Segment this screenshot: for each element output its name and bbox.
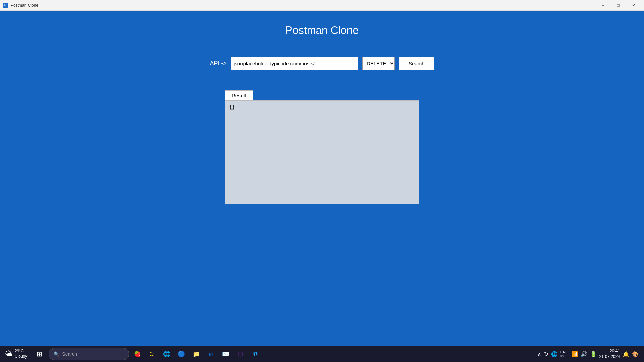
app-main: Postman Clone API -> GET POST PUT DELETE…	[0, 11, 644, 346]
minimize-button[interactable]: −	[595, 0, 610, 11]
taskbar-icon-chrome[interactable]: 🔵	[175, 347, 188, 361]
titlebar-title: Postman Clone	[11, 3, 38, 8]
system-tray: ∧ ↻ 🌐 ENGIN 📶 🔊 🔋 20:41 21-07-2024 🔔 🎨	[535, 348, 641, 360]
titlebar-controls: − □ ✕	[595, 0, 641, 11]
taskbar-icon-vscode[interactable]: ⧉	[249, 347, 262, 361]
weather-temp: 29°C	[15, 349, 27, 354]
app-title: Postman Clone	[285, 24, 359, 37]
start-button[interactable]: ⊞	[31, 347, 47, 361]
tray-volume-icon[interactable]: 🔊	[581, 351, 587, 357]
tray-lang-icon[interactable]: ENGIN	[560, 350, 569, 358]
tray-notifications-icon[interactable]: 🔔	[623, 351, 629, 357]
titlebar-left: P Postman Clone	[3, 3, 38, 8]
clock-date: 21-07-2024	[599, 354, 620, 360]
taskbar-icon-vs[interactable]: ⬡	[234, 347, 247, 361]
api-row: API -> GET POST PUT DELETE PATCH Search	[210, 57, 434, 70]
taskbar-search-input[interactable]	[62, 351, 119, 357]
method-select[interactable]: GET POST PUT DELETE PATCH	[362, 57, 395, 70]
maximize-button[interactable]: □	[610, 0, 626, 11]
taskbar-icon-edge[interactable]: 🌐	[160, 347, 173, 361]
weather-desc: Cloudy	[15, 354, 27, 359]
titlebar: P Postman Clone − □ ✕	[0, 0, 644, 11]
system-clock[interactable]: 20:41 21-07-2024	[599, 348, 620, 360]
taskbar-icon-linkedin[interactable]: in	[204, 347, 218, 361]
search-button[interactable]: Search	[399, 57, 434, 70]
api-input[interactable]	[231, 57, 358, 70]
weather-icon: 🌥	[5, 350, 13, 358]
app-icon: P	[3, 3, 8, 8]
taskbar-icon-folder[interactable]: 📁	[190, 347, 203, 361]
tray-wifi-icon[interactable]: 📶	[571, 351, 578, 357]
tray-color-icon[interactable]: 🎨	[632, 351, 639, 357]
windows-icon: ⊞	[37, 350, 42, 358]
result-container: Result	[225, 90, 419, 205]
taskbar-search-bar[interactable]: 🔍	[49, 348, 129, 360]
result-tab[interactable]: Result	[225, 90, 253, 100]
taskbar: 🌥 29°C Cloudy ⊞ 🔍 🍓 🗂 🌐 🔵 📁 in ✉️ ⬡ ⧉	[0, 346, 644, 362]
api-label: API ->	[210, 60, 227, 67]
tray-network-icon[interactable]: 🌐	[551, 351, 558, 357]
tray-chevron[interactable]: ∧	[537, 351, 541, 357]
taskbar-icon-postman[interactable]: 🍓	[130, 347, 144, 361]
close-button[interactable]: ✕	[626, 0, 641, 11]
search-icon: 🔍	[54, 351, 59, 357]
weather-text: 29°C Cloudy	[15, 349, 27, 359]
weather-widget: 🌥 29°C Cloudy	[3, 349, 30, 359]
taskbar-icon-files[interactable]: 🗂	[145, 347, 159, 361]
tray-refresh-icon[interactable]: ↻	[544, 351, 548, 357]
tray-battery-icon[interactable]: 🔋	[590, 351, 597, 357]
clock-time: 20:41	[599, 348, 620, 354]
taskbar-icon-mail[interactable]: ✉️	[219, 347, 232, 361]
result-box[interactable]	[225, 100, 419, 204]
